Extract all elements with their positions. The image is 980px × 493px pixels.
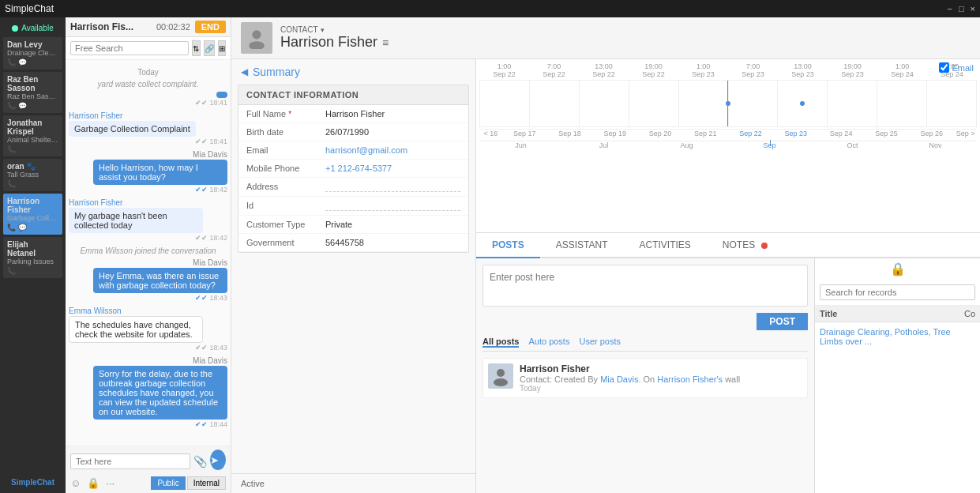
chevron-down-icon: ▾ xyxy=(321,26,325,34)
message-time: ✔✔ 18:41 xyxy=(69,137,227,145)
id-value xyxy=(325,201,460,211)
post-creator-link[interactable]: Mia Davis. xyxy=(600,374,640,384)
fullname-value: Harrison Fisher xyxy=(325,109,460,119)
required-indicator: * xyxy=(288,110,291,119)
post-author: Harrison Fisher xyxy=(520,363,802,374)
search-input[interactable] xyxy=(70,41,189,55)
message-sender: Emma Wilsson xyxy=(69,307,227,315)
status-indicator: Available xyxy=(12,24,53,32)
chat-text-input[interactable] xyxy=(70,453,190,469)
message-sender: Harrison Fisher xyxy=(69,198,227,207)
simplechat-logo: SimpleChat xyxy=(11,478,54,487)
info-row-customer-type: Customer Type Private xyxy=(238,216,468,234)
birthdate-label: Birth date xyxy=(246,127,325,137)
filter-user-posts[interactable]: User posts xyxy=(579,337,621,348)
record-item[interactable]: Drainage Clearing, Potholes, Tree Limbs … xyxy=(820,327,975,346)
lock-icon[interactable]: 🔒 xyxy=(87,477,100,489)
sidebar-item-raz[interactable]: Raz Ben Sasson Raz Ben Sasson: D... 📞💬 xyxy=(3,72,62,113)
sidebar: Available Dan Levy Drainage Clearing... … xyxy=(0,17,66,493)
summary-header: ◀ Summary xyxy=(231,59,475,85)
message-item: Mia Davis Hello Harrison, how may I assi… xyxy=(69,150,227,194)
mode-buttons: Public Internal xyxy=(151,476,226,490)
tab-notes[interactable]: NOTES xyxy=(707,233,783,258)
id-label: Id xyxy=(246,201,325,210)
post-date: Today xyxy=(520,384,802,393)
message-time: ✔✔ 18:41 xyxy=(195,99,227,107)
minimize-button[interactable]: − xyxy=(947,4,952,13)
post-item: Harrison Fisher Contact: Created By Mia … xyxy=(482,358,808,398)
message-content: Garbage Collection Complaint xyxy=(69,121,196,137)
post-filter-tabs: All posts Auto posts User posts xyxy=(482,337,808,352)
email-toggle[interactable] xyxy=(939,62,949,73)
smiley-icon[interactable]: ☺ xyxy=(70,477,81,489)
message-content: The schedules have changed, check the we… xyxy=(69,316,203,343)
sidebar-item-elijah[interactable]: Elijah Netanel Parking Issues 📞 xyxy=(3,237,62,278)
content-area: ◀ Summary CONTACT INFORMATION Full Name … xyxy=(231,59,980,493)
contact-info-header: CONTACT ▾ Harrison Fisher ≡ xyxy=(280,25,389,51)
menu-icon[interactable]: ≡ xyxy=(382,36,389,49)
posts-area: POST All posts Auto posts User posts xyxy=(476,258,814,493)
maximize-button[interactable]: □ xyxy=(959,4,964,13)
post-content: Harrison Fisher Contact: Created By Mia … xyxy=(520,363,802,393)
lock-icon: 🔒 xyxy=(890,262,906,277)
birthdate-value: 26/07/1990 xyxy=(325,127,460,137)
top-bar: SimpleChat − □ × xyxy=(0,0,980,17)
chat-timer: 00:02:32 xyxy=(156,22,190,32)
collapse-arrow[interactable]: ◀ xyxy=(241,66,248,77)
more-icon[interactable]: ··· xyxy=(106,477,115,489)
svg-point-1 xyxy=(249,41,265,49)
records-table: Title Co Drainage Clearing, Potholes, Tr… xyxy=(815,306,980,493)
message-item: Mia Davis Hey Emma, was there an issue w… xyxy=(69,258,227,302)
message-sender: Harrison Fisher xyxy=(69,111,227,120)
mobile-label: Mobile Phone xyxy=(246,164,325,173)
sidebar-user-sub: Parking Issues xyxy=(7,258,58,265)
sidebar-user-sub: Animal Shelter an... xyxy=(7,136,58,144)
sidebar-item-harrison[interactable]: Harrison Fisher Garbage Collectio... 📞💬 xyxy=(3,194,62,235)
records-search-input[interactable] xyxy=(820,284,975,300)
message-item: Harrison Fisher My garbage hasn't been c… xyxy=(69,198,227,242)
sidebar-item-oran[interactable]: oran 🐾 Tall Grass 📞 xyxy=(3,159,62,191)
search-arrows-button[interactable]: ⇅ xyxy=(192,40,201,56)
sidebar-item-dan-levy[interactable]: Dan Levy Drainage Clearing... 📞💬 xyxy=(3,37,62,70)
info-row-mobile: Mobile Phone +1 212-674-5377 xyxy=(238,160,468,178)
post-meta: Contact: Created By Mia Davis. On Harris… xyxy=(520,374,802,384)
send-button[interactable]: ➤ xyxy=(210,450,226,470)
records-panel: 🔒 Title Co Draina xyxy=(814,258,980,493)
message-time: ✔✔ 18:42 xyxy=(69,234,227,242)
main-layout: Available Dan Levy Drainage Clearing... … xyxy=(0,17,980,493)
status-dot xyxy=(12,25,18,32)
summary-panel: ◀ Summary CONTACT INFORMATION Full Name … xyxy=(231,59,476,493)
message-time: ✔✔ 18:43 xyxy=(69,344,227,352)
search-link-button[interactable]: 🔗 xyxy=(204,40,215,56)
sidebar-user-name: Elijah Netanel xyxy=(7,240,58,258)
email-checkbox[interactable]: Email xyxy=(939,62,974,73)
tab-assistant[interactable]: ASSISTANT xyxy=(540,233,624,258)
tab-posts[interactable]: POSTS xyxy=(476,233,540,258)
post-textarea[interactable] xyxy=(486,269,804,300)
email-value[interactable]: harrisonf@gmail.com xyxy=(325,145,460,155)
post-button[interactable]: POST xyxy=(757,313,808,330)
close-button[interactable]: × xyxy=(971,4,975,13)
search-grid-button[interactable]: ⊞ xyxy=(218,40,227,56)
post-button-row: POST xyxy=(482,313,808,330)
filter-all-posts[interactable]: All posts xyxy=(482,337,519,348)
internal-mode-button[interactable]: Internal xyxy=(187,476,226,490)
contact-info-title: CONTACT INFORMATION xyxy=(238,85,468,105)
sidebar-user-name: Dan Levy xyxy=(7,40,58,49)
sidebar-item-jonathan[interactable]: Jonathan Krispel Animal Shelter an... 📞 xyxy=(3,115,62,156)
post-wall-link[interactable]: Harrison Fisher's xyxy=(657,374,723,384)
chat-contact-name: Harrison Fis... xyxy=(70,21,152,32)
mobile-value[interactable]: +1 212-674-5377 xyxy=(325,164,460,173)
phone-icon: 📞 xyxy=(7,102,16,110)
attach-icon[interactable]: 📎 xyxy=(193,455,207,468)
phone-icon: 📞 xyxy=(7,224,16,231)
tab-activities[interactable]: ACTIVITIES xyxy=(623,233,706,258)
public-mode-button[interactable]: Public xyxy=(151,476,185,490)
sidebar-user-name: Raz Ben Sasson xyxy=(7,75,58,92)
notes-badge xyxy=(761,243,768,249)
end-call-button[interactable]: END xyxy=(195,21,226,33)
title-column-header: Title xyxy=(820,309,964,318)
filter-auto-posts[interactable]: Auto posts xyxy=(528,337,569,348)
chat-footer-buttons: ☺ 🔒 ··· Public Internal xyxy=(70,476,226,490)
sidebar-user-sub: Drainage Clearing... xyxy=(7,49,58,57)
